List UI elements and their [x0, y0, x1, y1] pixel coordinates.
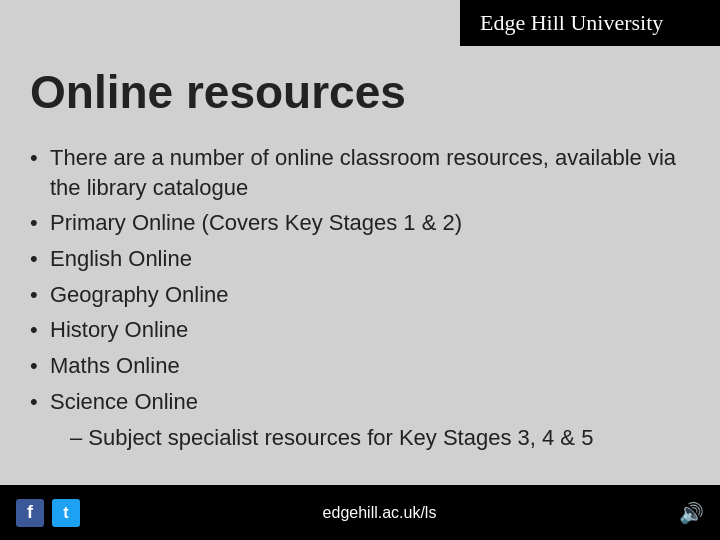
facebook-icon[interactable]: f — [16, 499, 44, 527]
list-item: Geography Online — [30, 280, 690, 310]
list-item: History Online — [30, 315, 690, 345]
footer-icons: f t — [16, 499, 80, 527]
bullet-list: There are a number of online classroom r… — [30, 143, 690, 452]
list-item: Primary Online (Covers Key Stages 1 & 2) — [30, 208, 690, 238]
list-item: English Online — [30, 244, 690, 274]
footer-url: edgehill.ac.uk/ls — [323, 504, 437, 522]
twitter-icon[interactable]: t — [52, 499, 80, 527]
list-item: Science Online — [30, 387, 690, 417]
page-title: Online resources — [30, 65, 690, 119]
list-item: Maths Online — [30, 351, 690, 381]
main-content: Online resources There are a number of o… — [30, 65, 690, 480]
header-title: Edge Hill University — [480, 10, 663, 35]
list-item: There are a number of online classroom r… — [30, 143, 690, 202]
list-sub-item: – Subject specialist resources for Key S… — [30, 423, 690, 453]
sound-icon[interactable]: 🔊 — [679, 501, 704, 525]
footer: f t edgehill.ac.uk/ls 🔊 — [0, 485, 720, 540]
header-bar: Edge Hill University — [460, 0, 720, 46]
